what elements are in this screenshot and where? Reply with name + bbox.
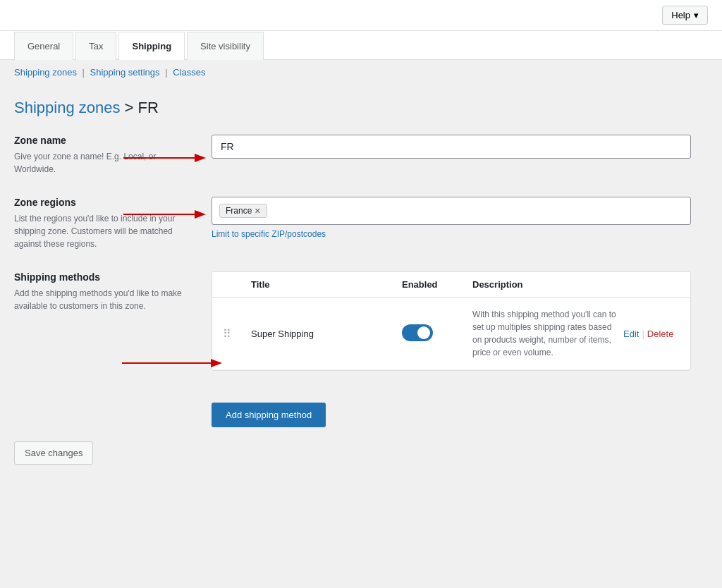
methods-table-header: Title Enabled Description	[212, 272, 690, 298]
tag-label: France	[226, 206, 252, 216]
toggle-switch[interactable]	[402, 324, 433, 341]
limit-zip-link[interactable]: Limit to specific ZIP/postcodes	[212, 229, 691, 239]
top-bar: Help ▾	[0, 0, 722, 31]
delete-link[interactable]: Delete	[647, 329, 674, 339]
header-col-description: Description	[472, 279, 623, 290]
shipping-methods-table: Title Enabled Description ⠿ Super Shippi…	[212, 271, 691, 371]
arrow-zone-name	[120, 147, 212, 169]
arrow-zone-regions	[120, 204, 212, 225]
subnav-shipping-settings[interactable]: Shipping settings	[90, 67, 160, 78]
subnav-separator-2: |	[165, 67, 170, 78]
header-col-drag	[223, 279, 251, 290]
drag-handle-icon[interactable]: ⠿	[223, 327, 251, 341]
zone-name-input[interactable]	[212, 135, 691, 159]
action-separator: |	[642, 329, 644, 339]
region-tag-france: France ×	[219, 204, 267, 218]
method-title: Super Shipping	[251, 329, 402, 339]
tab-shipping[interactable]: Shipping	[118, 32, 185, 60]
subnav-classes[interactable]: Classes	[173, 67, 205, 78]
page-title: Shipping zones > FR	[14, 99, 691, 117]
zone-name-input-wrapper	[212, 135, 691, 176]
save-changes-button[interactable]: Save changes	[14, 441, 93, 465]
tabs-bar: General Tax Shipping Site visibility	[0, 31, 722, 60]
zone-regions-input-wrapper: France × Limit to specific ZIP/postcodes	[212, 197, 691, 250]
chevron-down-icon: ▾	[694, 10, 699, 20]
region-input-box[interactable]: France ×	[212, 197, 691, 225]
subnav-separator-1: |	[82, 67, 87, 78]
zone-name-section: Zone name Give your zone a name! E.g. Lo…	[14, 135, 691, 176]
zone-regions-section: Zone regions List the regions you'd like…	[14, 197, 691, 250]
arrow-shipping-method	[118, 353, 228, 374]
breadcrumb-separator: >	[125, 99, 138, 116]
add-shipping-method-button[interactable]: Add shipping method	[212, 403, 326, 427]
breadcrumb-current: FR	[138, 99, 159, 116]
edit-link[interactable]: Edit	[623, 329, 639, 339]
tab-general[interactable]: General	[14, 32, 73, 60]
shipping-methods-title: Shipping methods	[14, 271, 197, 283]
zone-name-title: Zone name	[14, 135, 197, 146]
method-description: With this shipping method you'll can to …	[472, 308, 623, 359]
help-button[interactable]: Help ▾	[662, 6, 708, 25]
method-actions: Edit | Delete	[623, 329, 680, 339]
table-row: ⠿ Super Shipping With this shipping meth…	[212, 298, 690, 370]
shipping-methods-section: Shipping methods Add the shipping method…	[14, 271, 691, 371]
breadcrumb-link[interactable]: Shipping zones	[14, 99, 120, 116]
header-col-actions	[623, 279, 680, 290]
sub-nav: Shipping zones | Shipping settings | Cla…	[0, 60, 722, 85]
shipping-methods-description: Add the shipping methods you'd like to m…	[14, 287, 197, 312]
help-label: Help	[671, 10, 690, 20]
subnav-shipping-zones[interactable]: Shipping zones	[14, 67, 77, 78]
method-toggle[interactable]	[402, 324, 472, 343]
tab-site-visibility[interactable]: Site visibility	[187, 32, 264, 60]
page-content: Shipping zones > FR Zone name Give your …	[0, 85, 705, 493]
shipping-methods-label: Shipping methods Add the shipping method…	[14, 271, 197, 312]
tab-tax[interactable]: Tax	[75, 32, 116, 60]
tag-close-icon[interactable]: ×	[255, 206, 260, 216]
save-changes-wrapper: Save changes	[14, 427, 691, 465]
add-method-wrapper: Add shipping method	[14, 392, 691, 427]
header-col-title: Title	[251, 279, 402, 290]
header-col-enabled: Enabled	[402, 279, 472, 290]
